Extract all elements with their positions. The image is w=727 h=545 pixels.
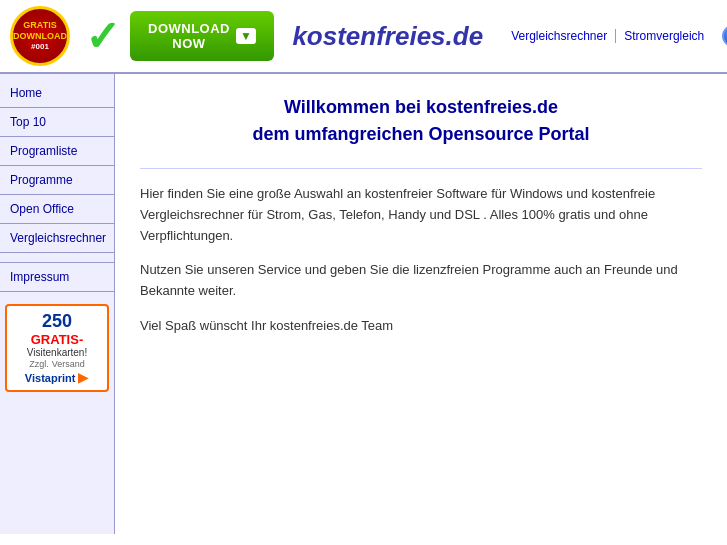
sidebar-divider [0,253,114,263]
header-nav: Vergleichsrechner Stromvergleich [503,29,712,43]
ad-zgl-versand: Zzgl. Versand [12,358,102,369]
sidebar-item-impressum[interactable]: Impressum [0,263,114,292]
sidebar-link-vergleichsrechner[interactable]: Vergleichsrechner [0,224,114,252]
sidebar-item-programme[interactable]: Programme [0,166,114,195]
ad-brand-line: Vistaprint ▶ [12,369,102,385]
content-divider [140,168,702,169]
sidebar-nav: Home Top 10 Programliste Programme Open … [0,79,114,253]
ad-type: Visitenkarten! [12,347,102,358]
ad-zgl: Zzgl. [29,359,49,369]
header: GRATIS DOWNLOAD #001 ✓ DOWNLOAD NOW ▼ ko… [0,0,727,74]
gratis-number: #001 [31,42,49,52]
header-nav-vergleichsrechner[interactable]: Vergleichsrechner [503,29,616,43]
ad-brand-icon: ▶ [78,369,89,385]
ad-count-line: 250 [12,311,102,332]
sidebar-item-home[interactable]: Home [0,79,114,108]
ad-brand: Vistaprint [25,372,76,384]
sidebar-item-programliste[interactable]: Programliste [0,137,114,166]
sidebar-link-top10[interactable]: Top 10 [0,108,114,136]
download-btn-label: DOWNLOAD NOW [148,21,230,51]
ad-count: 250 [42,311,72,331]
sidebar: Home Top 10 Programliste Programme Open … [0,74,115,534]
gratis-line2: DOWNLOAD [13,31,67,42]
gratis-badge: GRATIS DOWNLOAD #001 [10,6,70,66]
ad-versand: Versand [52,359,85,369]
ad-gratis-label: GRATIS- [12,332,102,347]
header-nav-stromvergleich[interactable]: Stromvergleich [616,29,712,43]
download-arrow-icon: ▼ [236,28,256,44]
content-area: Willkommen bei kostenfreies.de dem umfan… [115,74,727,534]
site-title: kostenfreies.de [292,21,483,52]
sidebar-link-openoffice[interactable]: Open Office [0,195,114,223]
babylon-globe-icon [722,25,727,47]
sidebar-link-programme[interactable]: Programme [0,166,114,194]
sidebar-item-top10[interactable]: Top 10 [0,108,114,137]
download-now-button[interactable]: DOWNLOAD NOW ▼ [130,11,274,61]
main-layout: Home Top 10 Programliste Programme Open … [0,74,727,534]
gratis-line1: GRATIS [23,20,56,31]
heading-line2: dem umfangreichen Opensource Portal [252,124,589,144]
content-paragraph-2: Nutzen Sie unseren Service und geben Sie… [140,260,702,302]
checkmark-icon: ✓ [85,12,120,61]
sidebar-item-openoffice[interactable]: Open Office [0,195,114,224]
ad-gratis-text: GRATIS- [31,332,83,347]
vistaprint-ad[interactable]: 250 GRATIS- Visitenkarten! Zzgl. Versand… [5,304,109,392]
babylon-widget: babylo... [722,25,727,47]
content-paragraph-3: Viel Spaß wünscht Ihr kostenfreies.de Te… [140,316,702,337]
sidebar-link-programliste[interactable]: Programliste [0,137,114,165]
content-paragraph-1: Hier finden Sie eine große Auswahl an ko… [140,184,702,246]
sidebar-link-home[interactable]: Home [0,79,114,107]
sidebar-item-vergleichsrechner[interactable]: Vergleichsrechner [0,224,114,253]
heading-line1: Willkommen bei kostenfreies.de [284,97,558,117]
page-heading: Willkommen bei kostenfreies.de dem umfan… [140,94,702,148]
